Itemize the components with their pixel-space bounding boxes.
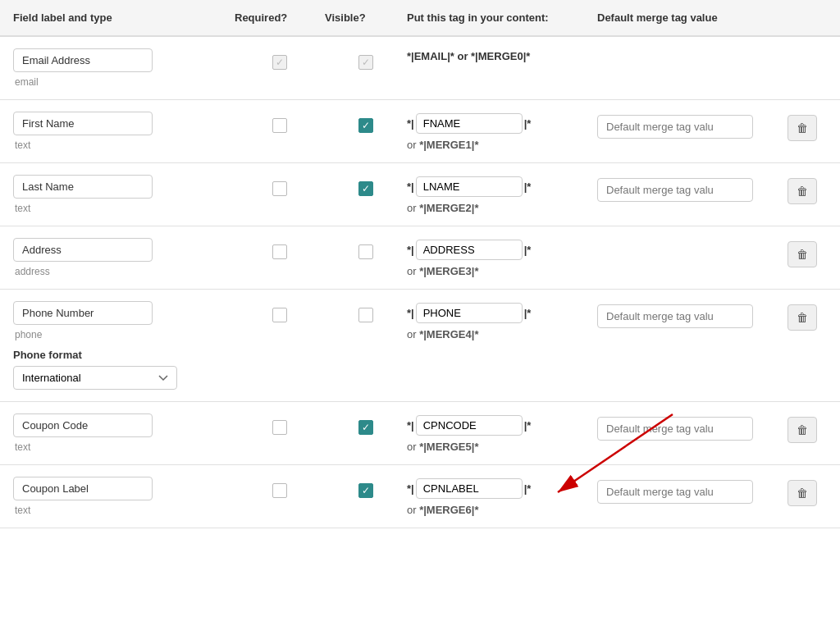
visible-checkbox-couponcode: ✓	[325, 413, 407, 435]
tag-row-alt-lastname: or *|MERGE2|*	[407, 202, 597, 214]
tag-input-address[interactable]	[416, 240, 523, 260]
col-required-header: Required?	[235, 8, 325, 27]
required-check-firstname[interactable]	[272, 118, 287, 133]
tag-row-primary-couponlabel: *| |*	[407, 478, 597, 499]
field-label-input-firstname[interactable]	[13, 112, 153, 135]
trash-icon: 🗑	[797, 185, 808, 198]
delete-button-firstname[interactable]: 🗑	[788, 115, 817, 141]
table-row: email ✓ ✓ *|EMAIL|* or *|MERGE0|*	[0, 37, 840, 100]
field-label-input-lastname[interactable]	[13, 175, 153, 199]
required-check-email[interactable]: ✓	[272, 55, 287, 70]
merge-fields-table: Field label and type Required? Visible? …	[0, 0, 840, 528]
visible-checkbox-firstname: ✓	[325, 112, 407, 133]
tag-col-couponcode: *| |* or *|MERGE5|*	[407, 413, 597, 453]
tag-input-firstname[interactable]	[416, 113, 523, 134]
visible-check-couponlabel[interactable]: ✓	[358, 483, 373, 498]
tag-col-phone: *| |* or *|MERGE4|*	[407, 301, 597, 340]
trash-icon: 🗑	[797, 248, 808, 261]
default-merge-input-couponcode[interactable]	[597, 417, 753, 441]
tag-row-alt-address: or *|MERGE3|*	[407, 265, 597, 277]
table-row: text ✓ *| |* or *|MERGE6|*	[0, 465, 840, 528]
default-merge-input-couponlabel[interactable]	[597, 480, 753, 504]
tag-input-lastname[interactable]	[416, 176, 523, 197]
tag-row-primary-phone: *| |*	[407, 303, 597, 323]
col-field-label-header: Field label and type	[13, 8, 235, 27]
tag-row-primary-email: *|EMAIL|* or *|MERGE0|*	[407, 50, 597, 62]
tag-col-couponlabel: *| |* or *|MERGE6|*	[407, 477, 597, 516]
col-default-header: Default merge tag value	[597, 8, 778, 27]
delete-button-phone[interactable]: 🗑	[788, 304, 817, 331]
col-visible-header: Visible?	[325, 8, 407, 27]
table-row: text ✓ *| |* or *|MERGE1|*	[0, 100, 840, 163]
table-body: email ✓ ✓ *|EMAIL|* or *|MERGE0|*	[0, 37, 840, 528]
visible-checkbox-phone	[325, 301, 407, 322]
required-checkbox-firstname	[235, 112, 325, 133]
field-type-couponcode: text	[13, 441, 235, 453]
delete-col-lastname: 🗑	[778, 175, 827, 204]
required-check-phone[interactable]	[272, 308, 287, 322]
table-row: text ✓ *| |* or *|MERGE2|*	[0, 163, 840, 226]
field-label-input-couponcode[interactable]	[13, 413, 153, 437]
visible-checkbox-address	[325, 238, 407, 259]
delete-button-lastname[interactable]: 🗑	[788, 178, 817, 204]
delete-col-phone: 🗑	[778, 301, 827, 331]
tag-row-primary-address: *| |*	[407, 240, 597, 260]
field-label-col-couponlabel: text	[13, 477, 235, 516]
visible-checkbox-lastname: ✓	[325, 175, 407, 196]
tag-col-address: *| |* or *|MERGE3|*	[407, 238, 597, 277]
field-label-col-address: address	[13, 238, 235, 277]
delete-button-couponcode[interactable]: 🗑	[788, 417, 817, 443]
required-check-couponcode[interactable]	[272, 420, 287, 435]
delete-col-address: 🗑	[778, 238, 827, 267]
delete-button-address[interactable]: 🗑	[788, 241, 817, 267]
table-row: phone Phone format International US/Cana…	[0, 290, 840, 402]
tag-input-couponcode[interactable]	[416, 415, 523, 436]
visible-checkbox-email: ✓	[325, 48, 407, 70]
field-label-input-phone[interactable]	[13, 301, 153, 325]
tag-row-alt-firstname: or *|MERGE1|*	[407, 139, 597, 151]
required-check-lastname[interactable]	[272, 181, 287, 196]
delete-button-couponlabel[interactable]: 🗑	[788, 480, 817, 506]
field-label-input-couponlabel[interactable]	[13, 477, 153, 500]
field-label-input-email[interactable]	[13, 48, 153, 72]
default-merge-input-lastname[interactable]	[597, 178, 753, 202]
default-col-phone	[597, 301, 778, 328]
tag-input-couponlabel[interactable]	[416, 478, 523, 499]
tag-row-primary-firstname: *| |*	[407, 113, 597, 134]
default-col-firstname	[597, 112, 778, 139]
tag-col-firstname: *| |* or *|MERGE1|*	[407, 112, 597, 151]
table-row: address *| |* or *|MERGE3|*	[0, 226, 840, 290]
default-merge-input-phone[interactable]	[597, 304, 753, 328]
default-col-couponlabel	[597, 477, 778, 504]
phone-format-section: Phone format International US/Canada UK	[13, 349, 235, 390]
visible-check-address[interactable]	[358, 244, 373, 259]
table-header: Field label and type Required? Visible? …	[0, 0, 840, 37]
field-label-input-address[interactable]	[13, 238, 153, 262]
delete-col-email	[778, 48, 827, 52]
visible-check-lastname[interactable]: ✓	[358, 181, 373, 196]
field-type-address: address	[13, 266, 235, 277]
required-check-address[interactable]	[272, 244, 287, 259]
field-type-email: email	[13, 76, 235, 88]
field-label-col-lastname: text	[13, 175, 235, 214]
phone-format-select[interactable]: International US/Canada UK	[13, 366, 177, 390]
visible-check-couponcode[interactable]: ✓	[358, 420, 373, 435]
required-checkbox-address	[235, 238, 325, 259]
tag-row-primary-couponcode: *| |*	[407, 415, 597, 436]
required-check-couponlabel[interactable]	[272, 483, 287, 498]
tag-row-alt-couponcode: or *|MERGE5|*	[407, 441, 597, 453]
visible-check-firstname[interactable]: ✓	[358, 118, 373, 133]
field-type-lastname: text	[13, 203, 235, 214]
trash-icon: 🗑	[797, 423, 808, 436]
required-checkbox-couponcode	[235, 413, 325, 435]
required-checkbox-couponlabel	[235, 477, 325, 498]
default-merge-input-firstname[interactable]	[597, 115, 753, 139]
phone-format-label: Phone format	[13, 349, 235, 361]
default-col-couponcode	[597, 413, 778, 441]
tag-input-phone[interactable]	[416, 303, 523, 323]
visible-check-phone[interactable]	[358, 308, 373, 322]
visible-check-email[interactable]: ✓	[358, 55, 373, 70]
field-label-col-couponcode: text	[13, 413, 235, 453]
trash-icon: 🗑	[797, 121, 808, 135]
required-checkbox-lastname	[235, 175, 325, 196]
